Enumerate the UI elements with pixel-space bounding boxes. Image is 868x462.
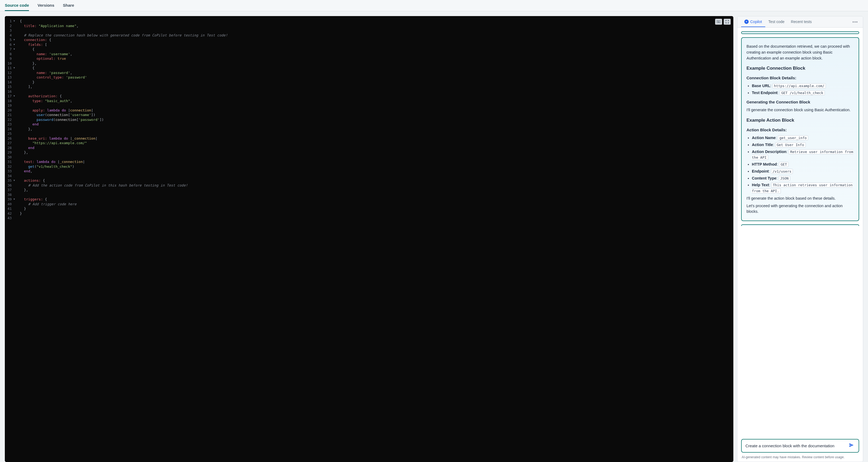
- send-icon[interactable]: [848, 443, 855, 449]
- code-editor-panel: 1▼2345▼6▼7▼891011▼121314151617▼181920212…: [5, 16, 733, 462]
- gutter-line: 35▼: [7, 178, 15, 183]
- code-line[interactable]: [20, 174, 730, 178]
- code-line[interactable]: }: [20, 211, 730, 216]
- gutter-line: 14: [7, 80, 15, 85]
- gutter-line: 41: [7, 206, 15, 211]
- code-line[interactable]: },: [20, 150, 730, 155]
- gutter-line: 33: [7, 169, 15, 174]
- code-line[interactable]: optional: true: [20, 56, 730, 61]
- gen-conn-heading: Generating the Connection Block: [746, 99, 854, 105]
- code-line[interactable]: end,: [20, 169, 730, 174]
- code-content[interactable]: { title: "Application name", # Replace t…: [17, 16, 733, 462]
- svg-rect-4: [717, 22, 720, 23]
- gutter-line: 9: [7, 56, 15, 61]
- gutter-line: 2: [7, 24, 15, 28]
- gutter-line: 6▼: [7, 42, 15, 47]
- code-line[interactable]: [20, 155, 730, 160]
- code-line[interactable]: },: [20, 127, 730, 132]
- code-line[interactable]: connection: {: [20, 37, 730, 42]
- code-line[interactable]: },: [20, 188, 730, 192]
- code-line[interactable]: get("v1/health_check"): [20, 164, 730, 169]
- gutter-line: 30: [7, 155, 15, 160]
- code-line[interactable]: actions: {: [20, 178, 730, 183]
- code-line[interactable]: [20, 216, 730, 221]
- gutter-line: 38: [7, 192, 15, 197]
- side-tab-recent-tests[interactable]: Recent tests: [788, 17, 815, 27]
- gutter-line: 27: [7, 141, 15, 145]
- main-tabs: Source code Versions Share: [0, 0, 868, 11]
- detail-item: Base URL: https://api.example.com/: [752, 83, 854, 89]
- gutter-line: 18: [7, 99, 15, 103]
- code-line[interactable]: authorization: {: [20, 94, 730, 99]
- detail-item: Help Text: This action retrieves user in…: [752, 182, 854, 194]
- code-line[interactable]: control_type: 'password': [20, 75, 730, 80]
- code-line[interactable]: base_uri: lambda do |_connection|: [20, 136, 730, 141]
- side-tabs: Copilot Test code Recent tests •••: [737, 16, 863, 28]
- code-line[interactable]: apply: lambda do |connection|: [20, 108, 730, 113]
- side-tab-label: Copilot: [750, 20, 762, 24]
- tab-share[interactable]: Share: [63, 0, 74, 11]
- code-line[interactable]: {: [20, 19, 730, 24]
- code-line[interactable]: {: [20, 47, 730, 52]
- gutter-line: 23: [7, 122, 15, 127]
- gutter-line: 1▼: [7, 19, 15, 24]
- gutter-line: 32: [7, 164, 15, 169]
- gutter-line: 11▼: [7, 66, 15, 70]
- code-line[interactable]: [20, 192, 730, 197]
- detail-item: Endpoint: /v1/users: [752, 169, 854, 174]
- copilot-input[interactable]: [745, 443, 848, 448]
- code-line[interactable]: name: 'password',: [20, 70, 730, 75]
- code-line[interactable]: fields: [: [20, 42, 730, 47]
- code-line[interactable]: type: "basic_auth",: [20, 99, 730, 103]
- code-line[interactable]: }: [20, 206, 730, 211]
- gutter-line: 29: [7, 150, 15, 155]
- code-line[interactable]: },: [20, 61, 730, 66]
- gutter-line: 3: [7, 28, 15, 33]
- code-chip: Get User Info: [775, 142, 806, 147]
- copilot-input-area: [737, 436, 863, 454]
- code-line[interactable]: ],: [20, 85, 730, 89]
- gutter-line: 40: [7, 202, 15, 207]
- gutter-line: 37: [7, 188, 15, 192]
- code-line[interactable]: # Add the action code from CoPilot in th…: [20, 183, 730, 188]
- code-line[interactable]: [20, 28, 730, 33]
- code-line[interactable]: end: [20, 145, 730, 150]
- code-line[interactable]: user(connection['username']): [20, 112, 730, 118]
- closing: Let's proceed with generating the connec…: [746, 203, 854, 215]
- gutter-line: 36: [7, 183, 15, 188]
- code-line[interactable]: # Replace the connection hash below with…: [20, 33, 730, 38]
- svg-rect-2: [718, 21, 719, 22]
- line-gutter: 1▼2345▼6▼7▼891011▼121314151617▼181920212…: [5, 16, 17, 462]
- keyboard-icon[interactable]: [715, 19, 722, 25]
- ai-disclaimer: AI-generated content may have mistakes. …: [737, 454, 863, 462]
- code-line[interactable]: title: "Application name",: [20, 24, 730, 28]
- code-line[interactable]: [20, 89, 730, 94]
- side-tab-test-code[interactable]: Test code: [765, 17, 788, 27]
- expand-icon[interactable]: [724, 19, 731, 25]
- side-tab-copilot[interactable]: Copilot: [741, 17, 765, 27]
- code-line[interactable]: [20, 103, 730, 108]
- code-line[interactable]: [20, 131, 730, 136]
- code-line[interactable]: password(connection['password']): [20, 118, 730, 122]
- conn-heading: Example Connection Block: [746, 65, 854, 72]
- tab-source-code[interactable]: Source code: [5, 0, 29, 11]
- code-line[interactable]: name: 'username',: [20, 52, 730, 57]
- tab-versions[interactable]: Versions: [37, 0, 55, 11]
- code-line[interactable]: test: lambda do |_connection|: [20, 160, 730, 164]
- previous-response-stub: [741, 31, 859, 34]
- code-line[interactable]: triggers: {: [20, 197, 730, 202]
- gutter-line: 25: [7, 131, 15, 136]
- gutter-line: 13: [7, 75, 15, 80]
- conn-details-heading: Connection Block Details:: [746, 75, 854, 81]
- code-line[interactable]: {: [20, 66, 730, 70]
- gen-action-body: I'll generate the action block based on …: [746, 196, 854, 201]
- code-chip: GET: [779, 162, 788, 167]
- code-line[interactable]: }: [20, 80, 730, 85]
- more-menu-icon[interactable]: •••: [851, 19, 859, 25]
- code-line[interactable]: "https://api.example.com/": [20, 141, 730, 145]
- copilot-body[interactable]: Based on the documentation retrieved, we…: [737, 28, 863, 436]
- code-line[interactable]: # Add trigger code here: [20, 202, 730, 207]
- code-line[interactable]: end: [20, 122, 730, 127]
- gutter-line: 12: [7, 70, 15, 75]
- action-details-heading: Action Block Details:: [746, 127, 854, 133]
